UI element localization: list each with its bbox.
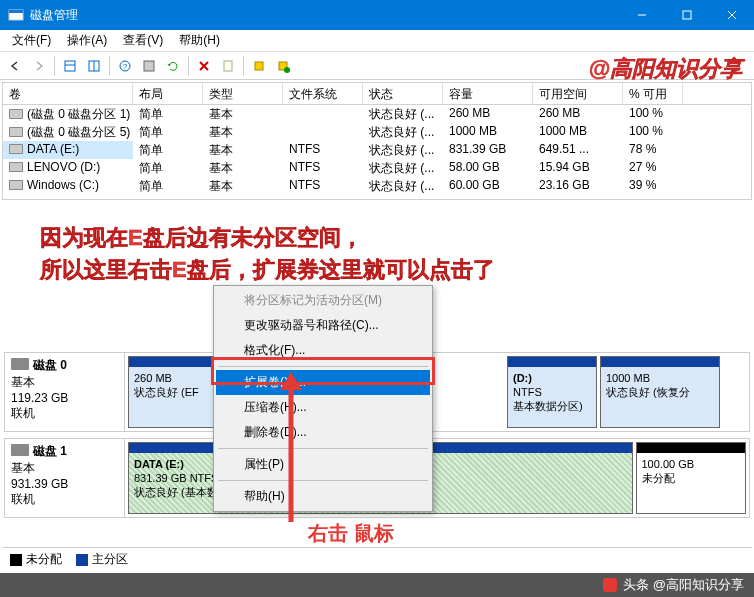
disk-1-header[interactable]: 磁盘 1 基本 931.39 GB 联机: [5, 439, 125, 517]
volume-row[interactable]: (磁盘 0 磁盘分区 1)简单基本状态良好 (...260 MB260 MB10…: [3, 105, 751, 123]
disk-icon: [11, 358, 29, 370]
svg-point-18: [284, 67, 290, 73]
volume-row[interactable]: Windows (C:)简单基本NTFS状态良好 (...60.00 GB23.…: [3, 177, 751, 195]
ctx-shrink-volume[interactable]: 压缩卷(H)...: [216, 395, 430, 420]
ctx-help[interactable]: 帮助(H): [216, 484, 430, 509]
action1-icon[interactable]: [248, 55, 270, 77]
toutiao-icon: [603, 578, 617, 592]
col-status[interactable]: 状态: [363, 83, 443, 104]
maximize-button[interactable]: [664, 0, 709, 30]
help-icon[interactable]: ?: [114, 55, 136, 77]
disk-0-header[interactable]: 磁盘 0 基本 119.23 GB 联机: [5, 353, 125, 431]
ctx-delete-volume[interactable]: 删除卷(D)...: [216, 420, 430, 445]
disk0-part1[interactable]: 260 MB状态良好 (EF: [128, 356, 218, 428]
svg-rect-15: [224, 61, 232, 71]
volume-row[interactable]: DATA (E:)简单基本NTFS状态良好 (...831.39 GB649.5…: [3, 141, 751, 159]
volume-row[interactable]: LENOVO (D:)简单基本NTFS状态良好 (...58.00 GB15.9…: [3, 159, 751, 177]
column-headers: 卷 布局 类型 文件系统 状态 容量 可用空间 % 可用: [3, 83, 751, 105]
view-detail-icon[interactable]: [83, 55, 105, 77]
properties-icon[interactable]: [217, 55, 239, 77]
ctx-change-drive-letter[interactable]: 更改驱动器号和路径(C)...: [216, 313, 430, 338]
titlebar: 磁盘管理: [0, 0, 754, 30]
volume-row[interactable]: (磁盘 0 磁盘分区 5)简单基本状态良好 (...1000 MB1000 MB…: [3, 123, 751, 141]
disk1-unallocated[interactable]: 100.00 GB未分配: [636, 442, 747, 514]
settings-icon[interactable]: [138, 55, 160, 77]
col-free[interactable]: 可用空间: [533, 83, 623, 104]
annotation-mouse-label: 右击 鼠标: [308, 520, 394, 547]
disk-icon: [11, 444, 29, 456]
menu-help[interactable]: 帮助(H): [171, 30, 228, 51]
svg-rect-1: [9, 10, 23, 13]
col-fs[interactable]: 文件系统: [283, 83, 363, 104]
menu-view[interactable]: 查看(V): [115, 30, 171, 51]
ctx-extend-volume[interactable]: 扩展卷(X)...: [216, 370, 430, 395]
menu-action[interactable]: 操作(A): [59, 30, 115, 51]
svg-rect-12: [144, 61, 154, 71]
annotation-text: 因为现在E盘后边有未分区空间， 所以这里右击E盘后，扩展券这里就可以点击了: [40, 222, 495, 286]
ctx-properties[interactable]: 属性(P): [216, 452, 430, 477]
legend: 未分配 主分区: [2, 547, 752, 571]
view-list-icon[interactable]: [59, 55, 81, 77]
watermark: @高阳知识分享: [589, 54, 742, 84]
svg-rect-3: [683, 11, 691, 19]
col-pct[interactable]: % 可用: [623, 83, 683, 104]
minimize-button[interactable]: [619, 0, 664, 30]
menu-file[interactable]: 文件(F): [4, 30, 59, 51]
col-type[interactable]: 类型: [203, 83, 283, 104]
menubar: 文件(F) 操作(A) 查看(V) 帮助(H): [0, 30, 754, 52]
disk0-part4[interactable]: (D:)NTFS基本数据分区): [507, 356, 597, 428]
col-layout[interactable]: 布局: [133, 83, 203, 104]
svg-text:?: ?: [123, 62, 128, 71]
legend-primary-swatch: [76, 554, 88, 566]
close-button[interactable]: [709, 0, 754, 30]
col-capacity[interactable]: 容量: [443, 83, 533, 104]
svg-rect-6: [65, 61, 75, 71]
svg-rect-16: [255, 62, 263, 70]
ctx-mark-active: 将分区标记为活动分区(M): [216, 288, 430, 313]
window-title: 磁盘管理: [30, 7, 619, 24]
back-button[interactable]: [4, 55, 26, 77]
delete-icon[interactable]: [193, 55, 215, 77]
context-menu: 将分区标记为活动分区(M) 更改驱动器号和路径(C)... 格式化(F)... …: [213, 285, 433, 512]
refresh-icon[interactable]: [162, 55, 184, 77]
volume-list: 卷 布局 类型 文件系统 状态 容量 可用空间 % 可用 (磁盘 0 磁盘分区 …: [2, 82, 752, 200]
action2-icon[interactable]: [272, 55, 294, 77]
legend-unalloc-swatch: [10, 554, 22, 566]
col-volume[interactable]: 卷: [3, 83, 133, 104]
ctx-format[interactable]: 格式化(F)...: [216, 338, 430, 363]
forward-button[interactable]: [28, 55, 50, 77]
app-icon: [8, 7, 24, 23]
disk0-part5[interactable]: 1000 MB状态良好 (恢复分: [600, 356, 720, 428]
footer-text: 头条 @高阳知识分享: [623, 576, 744, 594]
footer-bar: 头条 @高阳知识分享: [0, 573, 754, 597]
